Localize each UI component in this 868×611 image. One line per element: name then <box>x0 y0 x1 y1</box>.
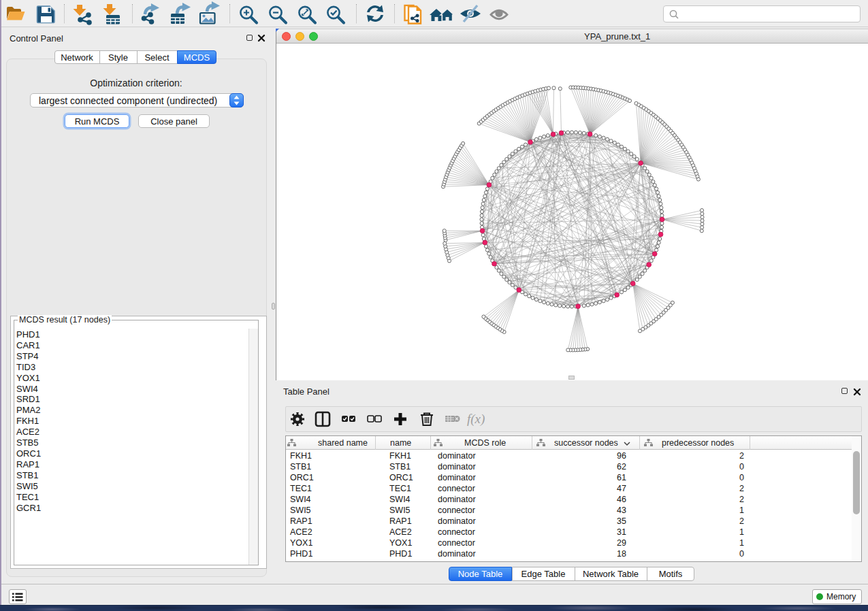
svg-text:f(x): f(x) <box>467 412 485 427</box>
